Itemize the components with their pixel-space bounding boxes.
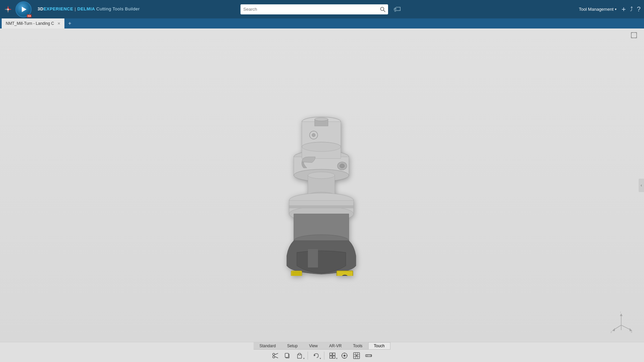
svg-point-73 bbox=[356, 355, 357, 356]
svg-point-14 bbox=[312, 133, 315, 137]
play-button[interactable]: XA bbox=[15, 1, 32, 17]
svg-rect-7 bbox=[631, 33, 637, 38]
search-container bbox=[240, 4, 388, 14]
bottom-toolbar: Standard Setup View AR-VR Tools Touch bbox=[0, 342, 644, 362]
svg-point-49 bbox=[273, 353, 275, 355]
scissors-button[interactable] bbox=[270, 351, 281, 360]
svg-line-52 bbox=[275, 357, 278, 358]
compass-icon bbox=[3, 5, 13, 14]
svg-rect-56 bbox=[299, 353, 301, 355]
add-icon[interactable]: + bbox=[622, 5, 626, 14]
right-controls: Tool Management ▾ + ⤴ ? bbox=[579, 5, 641, 14]
svg-rect-28 bbox=[289, 205, 354, 208]
copy-button[interactable] bbox=[282, 351, 293, 360]
help-icon[interactable]: ? bbox=[637, 5, 641, 13]
tool-3d-model bbox=[272, 85, 372, 286]
svg-rect-59 bbox=[333, 353, 335, 355]
collapse-panel-button[interactable]: ‹ bbox=[639, 179, 644, 192]
svg-rect-54 bbox=[285, 353, 288, 357]
tab-bar: NMT_Mill-Turn - Landing C ✕ + bbox=[0, 18, 644, 28]
brand-text: 3DEXPERIENCE | DELMIA Cutting Tools Buil… bbox=[38, 7, 140, 11]
svg-text:Z: Z bbox=[610, 330, 612, 334]
share-icon[interactable]: ⤴ bbox=[630, 6, 633, 13]
brand-3dx: 3DEXPERIENCE | DELMIA Cutting Tools Buil… bbox=[38, 7, 140, 11]
toolbar-tab-bar: Standard Setup View AR-VR Tools Touch bbox=[254, 342, 390, 350]
svg-point-19 bbox=[302, 142, 341, 152]
measure-button[interactable] bbox=[363, 351, 374, 360]
tab-standard[interactable]: Standard bbox=[254, 342, 281, 349]
svg-rect-61 bbox=[333, 356, 335, 358]
topbar-actions: + ⤴ ? bbox=[622, 5, 641, 14]
view-control-button[interactable]: ▾ bbox=[327, 351, 338, 360]
toolbar-icon-bar: ▾ ▾ ▾ bbox=[267, 350, 377, 362]
svg-text:X: X bbox=[631, 330, 632, 334]
search-input[interactable] bbox=[243, 7, 380, 12]
svg-point-23 bbox=[308, 172, 335, 179]
svg-point-4 bbox=[7, 9, 9, 10]
svg-marker-41 bbox=[620, 313, 623, 316]
tab-close-icon[interactable]: ✕ bbox=[57, 21, 60, 26]
svg-text:Y: Y bbox=[620, 312, 622, 313]
separator-1 bbox=[308, 352, 308, 360]
svg-rect-58 bbox=[330, 353, 332, 355]
tab-arvr[interactable]: AR-VR bbox=[323, 342, 347, 349]
svg-marker-57 bbox=[314, 354, 316, 356]
tool-management-button[interactable]: Tool Management ▾ bbox=[579, 7, 616, 12]
paste-button[interactable]: ▾ bbox=[294, 351, 305, 360]
top-bar: XA 3DEXPERIENCE | DELMIA Cutting Tools B… bbox=[0, 0, 644, 18]
tab-nmt-mill-turn[interactable]: NMT_Mill-Turn - Landing C ✕ bbox=[2, 18, 65, 28]
separator-2 bbox=[324, 352, 324, 360]
svg-rect-60 bbox=[330, 356, 332, 358]
snap-button[interactable] bbox=[339, 351, 350, 360]
svg-marker-45 bbox=[612, 328, 615, 331]
undo-button[interactable]: ▾ bbox=[311, 351, 321, 360]
tab-tools[interactable]: Tools bbox=[347, 342, 368, 349]
axis-indicator: Y X Z bbox=[610, 312, 631, 332]
logo-area: XA bbox=[3, 1, 32, 17]
viewport: Y X Z ‹ bbox=[0, 28, 644, 342]
tab-setup[interactable]: Setup bbox=[281, 342, 303, 349]
svg-rect-39 bbox=[308, 249, 318, 267]
search-area: 🏷 bbox=[220, 4, 421, 14]
svg-point-50 bbox=[273, 356, 275, 358]
tag-icon[interactable]: 🏷 bbox=[393, 5, 401, 14]
tab-view[interactable]: View bbox=[303, 342, 323, 349]
svg-rect-32 bbox=[292, 272, 301, 276]
tab-add-button[interactable]: + bbox=[65, 18, 74, 28]
play-button-label: XA bbox=[27, 14, 32, 17]
svg-line-51 bbox=[275, 353, 278, 355]
svg-line-6 bbox=[384, 10, 385, 12]
svg-point-63 bbox=[343, 355, 345, 357]
svg-point-21 bbox=[340, 164, 344, 168]
expand-button[interactable] bbox=[631, 32, 637, 40]
grid-button[interactable] bbox=[351, 351, 362, 360]
tab-touch[interactable]: Touch bbox=[368, 342, 390, 349]
svg-point-12 bbox=[315, 118, 328, 121]
search-button[interactable] bbox=[380, 7, 385, 12]
